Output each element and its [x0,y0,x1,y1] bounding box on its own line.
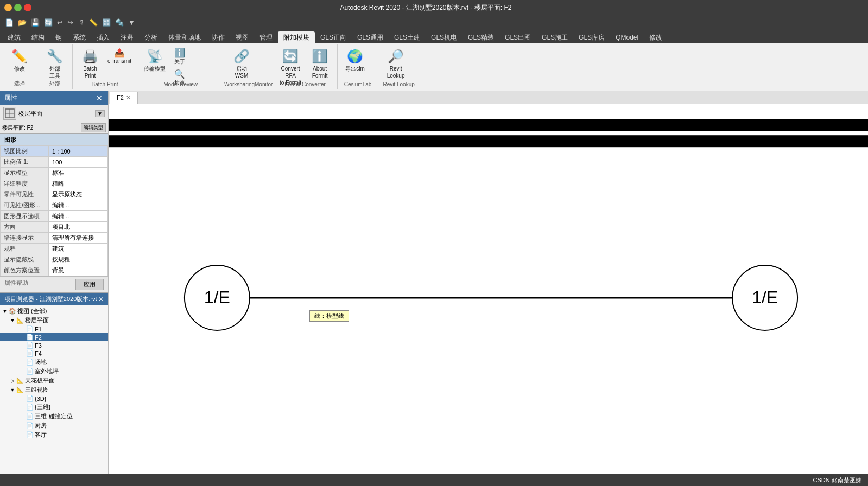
tree-section-3dview[interactable]: ▼ 📐 三维视图 [0,385,108,394]
browser-close-button[interactable]: ✕ [98,296,104,303]
etransmit-button[interactable]: 📤 eTransmit [105,47,134,65]
etransmit-group: 📤 eTransmit [105,47,134,65]
qa-sync-btn[interactable]: 🔄 [42,17,54,28]
tab-fenxi[interactable]: 分析 [139,31,163,43]
qa-snap-btn[interactable]: 🔩 [113,17,125,28]
tree-item-collision[interactable]: 📄 三维-碰撞定位 [0,412,108,421]
canvas-viewport[interactable]: 1/E 1/E 线：模型线 [109,104,868,486]
qa-more-btn[interactable]: ▼ [126,17,137,28]
start-wsm-label: 启动 WSM [230,65,254,79]
prop-apply-button[interactable]: 应用 [75,279,104,290]
floor-plan-icon [4,108,15,119]
prop-row: 方向项目北 [1,222,108,233]
tab-jiegou[interactable]: 结构 [26,31,50,43]
transmit-model-button[interactable]: 📡 传输模型 [141,47,169,79]
kitchen-label: 厨房 [35,421,47,430]
tab-tiliangchangdi[interactable]: 体量和场地 [163,31,206,43]
export-clm-button[interactable]: 🌍 导出clm [341,47,369,79]
export-clm-label: 导出clm [345,65,365,72]
about-formit-button[interactable]: ℹ️ About FormIt [306,47,334,80]
prop-key-11: 颜色方案位置 [1,265,49,276]
qa-undo-btn[interactable]: ↩ [55,17,65,28]
tab-glstujian[interactable]: GLS土建 [389,31,426,43]
prop-key-9: 规程 [1,244,49,254]
tree-item-f3[interactable]: 📄 F3 [0,341,108,349]
prop-type-icon [3,107,16,120]
tab-charu[interactable]: 插入 [91,31,115,43]
convert-rfa-icon: 🔄 [282,48,299,65]
prop-value-4[interactable]: 显示原状态 [49,189,108,200]
maximize-button[interactable] [14,4,22,11]
prop-value-7[interactable]: 项目北 [49,222,108,233]
tree-section-ceiling[interactable]: ▷ 📐 天花板平面 [0,376,108,385]
tab-guanli[interactable]: 管理 [254,31,278,43]
tab-shitu[interactable]: 视图 [230,31,254,43]
ribbon-group-formit: 🔄 Convert RFAto FormIt ℹ️ About FormIt F… [273,44,338,89]
tab-glschutu[interactable]: GLS出图 [499,31,536,43]
tree-item-f4[interactable]: 📄 F4 [0,349,108,357]
qa-print-btn[interactable]: 🖨 [76,17,86,28]
tree-item-kitchen[interactable]: 📄 厨房 [0,421,108,430]
tree-item-changdi[interactable]: 📄 场地 [0,357,108,367]
edit-type-button[interactable]: 编辑类型 [81,123,106,132]
prop-type-dropdown[interactable]: ▼ [95,110,105,117]
prop-value-9[interactable]: 建筑 [49,244,108,254]
ceiling-label: 天花板平面 [25,376,55,385]
view-tab-f2[interactable]: F2 ✕ [110,92,138,104]
prop-value-10[interactable]: 按规程 [49,254,108,265]
about1-button[interactable]: ℹ️ 关于 [172,47,187,67]
view-tab-close-button[interactable]: ✕ [126,95,131,101]
prop-value-0[interactable]: 1 : 100 [49,146,108,157]
tab-glszhengxiang[interactable]: GLS正向 [315,31,352,43]
tree-item-living[interactable]: 📄 客厅 [0,430,108,439]
qa-new-btn[interactable]: 📄 [3,17,15,28]
tab-jianzhu[interactable]: 建筑 [2,31,26,43]
qa-open-btn[interactable]: 📂 [16,17,28,28]
tab-glskufang[interactable]: GLS库房 [573,31,610,43]
prop-value-1[interactable]: 100 [49,157,108,168]
start-wsm-button[interactable]: 🔗 启动 WSM [227,47,256,80]
tab-glsjingzhuang[interactable]: GLS精装 [462,31,499,43]
qa-save-btn[interactable]: 💾 [29,17,41,28]
tab-fujiaomokuai[interactable]: 附加模块 [278,31,315,43]
tab-glsshigong[interactable]: GLS施工 [536,31,573,43]
batch-print-button[interactable]: 🖨️ Batch Print [76,47,104,80]
tree-item-3d[interactable]: 📄 {3D} [0,394,108,402]
tab-zhushi[interactable]: 注释 [115,31,139,43]
f4-label: F4 [35,350,42,357]
tab-xiugai[interactable]: 修改 [644,31,668,43]
tab-xitong[interactable]: 系统 [67,31,91,43]
qa-spelling-btn[interactable]: 🔠 [100,17,112,28]
prop-value-5[interactable]: 编辑... [49,200,108,211]
3d-label: {3D} [35,395,46,402]
tab-gang[interactable]: 钢 [50,31,67,43]
tab-glstongyong[interactable]: GLS通用 [352,31,389,43]
revit-lookup-button[interactable]: 🔎 Revit Lookup [382,47,410,80]
prop-value-8[interactable]: 清理所有墙连接 [49,233,108,244]
prop-type-label: 楼层平面 [18,110,93,118]
tree-item-f1[interactable]: 📄 F1 [0,325,108,333]
tree-section-floorplan[interactable]: ▼ 📐 楼层平面 [0,316,108,325]
qa-redo-btn[interactable]: ↪ [66,17,75,28]
modify-button[interactable]: ✏️ 修改 [5,47,34,79]
prop-key-5: 可见性/图形... [1,200,49,211]
tree-root[interactable]: ▼ 🏠 视图 (全部) [0,306,108,316]
changdi-icon: 📄 [26,359,35,366]
quick-access-toolbar: 📄 📂 💾 🔄 ↩ ↪ 🖨 📏 🔠 🔩 ▼ [0,15,868,29]
tab-hezuo[interactable]: 协作 [206,31,230,43]
properties-close-button[interactable]: ✕ [95,94,104,103]
tree-item-outdoor[interactable]: 📄 室外地坪 [0,367,108,376]
tree-item-f2[interactable]: 📄 F2 [0,333,108,341]
3dview-icon: 📐 [16,386,25,393]
close-button[interactable] [24,4,31,11]
prop-value-3[interactable]: 粗略 [49,178,108,189]
external-tools-button[interactable]: 🔧 外部工具 [41,47,69,80]
prop-value-2[interactable]: 标准 [49,168,108,178]
minimize-button[interactable] [4,4,12,11]
prop-value-11[interactable]: 背景 [49,265,108,276]
prop-value-6[interactable]: 编辑... [49,211,108,222]
tab-glsjidian[interactable]: GLS机电 [426,31,462,43]
tab-qmodel[interactable]: QModel [610,31,644,43]
qa-measure-btn[interactable]: 📏 [87,17,99,28]
tree-item-3dsan[interactable]: 📄 {三维} [0,402,108,412]
